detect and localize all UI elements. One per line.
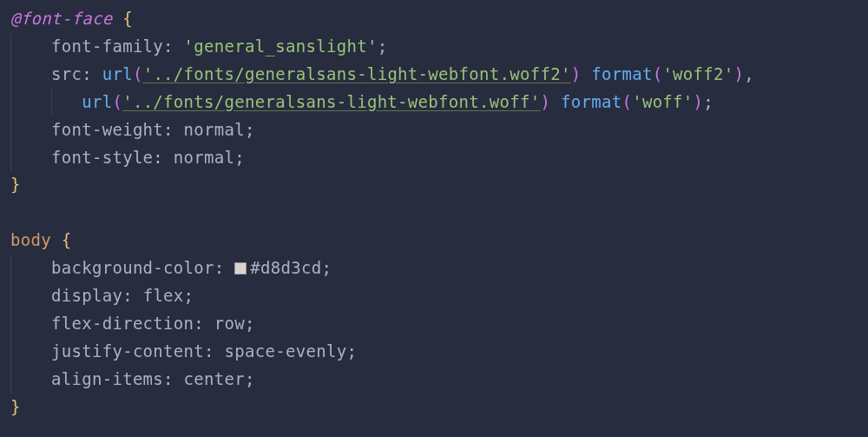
func-url: url xyxy=(82,92,112,111)
hex-color: #d8d3cd xyxy=(250,258,321,277)
code-line-15[interactable]: } xyxy=(10,394,858,421)
colon: : xyxy=(163,369,183,388)
brace-open: { xyxy=(112,9,132,28)
indent-guide xyxy=(10,255,11,282)
property-flex-direction: flex-direction xyxy=(51,314,194,333)
code-line-2[interactable]: font-family: 'general_sanslight'; xyxy=(10,33,858,61)
paren-close: ) xyxy=(571,64,582,83)
paren-close: ) xyxy=(540,92,550,111)
code-line-14[interactable]: align-items: center; xyxy=(10,366,858,394)
semicolon: ; xyxy=(234,148,245,167)
color-swatch[interactable] xyxy=(234,262,247,275)
property-background-color: background-color xyxy=(51,258,214,277)
code-line-8-blank[interactable] xyxy=(10,199,858,227)
value-normal: normal xyxy=(184,120,245,139)
paren-open: ( xyxy=(653,64,663,83)
code-line-1[interactable]: @font-face { xyxy=(10,5,858,33)
property-justify-content: justify-content xyxy=(51,341,204,361)
colon: : xyxy=(153,148,173,167)
value-normal: normal xyxy=(174,148,234,167)
property-src: src xyxy=(51,64,82,83)
code-line-12[interactable]: flex-direction: row; xyxy=(10,310,858,338)
indent-guide xyxy=(10,366,11,394)
property-font-style: font-style xyxy=(51,148,153,167)
semicolon: ; xyxy=(346,341,357,361)
indent-guide xyxy=(10,61,11,89)
indent-guide xyxy=(10,89,11,116)
value-flex: flex xyxy=(143,286,184,305)
colon: : xyxy=(194,314,214,333)
semicolon: ; xyxy=(245,314,255,333)
colon: : xyxy=(82,64,102,83)
colon: : xyxy=(122,286,142,305)
at-rule-font-face: @font-face xyxy=(10,9,112,28)
colon: : xyxy=(163,36,183,56)
code-line-10[interactable]: background-color: #d8d3cd; xyxy=(10,255,858,282)
value-space-evenly: space-evenly xyxy=(225,341,347,361)
semicolon: ; xyxy=(321,258,332,277)
code-line-9[interactable]: body { xyxy=(10,227,858,255)
value-center: center xyxy=(184,369,245,388)
property-font-weight: font-weight xyxy=(51,120,163,139)
paren-close: ) xyxy=(734,64,745,83)
format-string: 'woff2' xyxy=(662,64,733,83)
semicolon: ; xyxy=(245,120,255,139)
indent-guide xyxy=(51,89,52,116)
code-line-7[interactable]: } xyxy=(10,171,858,199)
func-url: url xyxy=(102,64,133,83)
url-string: '../fonts/generalsans-light-webfont.woff… xyxy=(143,64,571,83)
indent-guide xyxy=(10,310,11,338)
format-string: 'woff' xyxy=(632,92,693,111)
indent-guide xyxy=(10,33,11,61)
code-line-6[interactable]: font-style: normal; xyxy=(10,144,858,172)
comma: , xyxy=(744,64,754,83)
property-align-items: align-items xyxy=(51,369,163,388)
semicolon: ; xyxy=(245,369,255,388)
indent-guide xyxy=(10,116,11,144)
paren-open: ( xyxy=(133,64,143,83)
paren-open: ( xyxy=(112,92,122,111)
paren-open: ( xyxy=(621,92,632,111)
indent-guide xyxy=(10,282,11,310)
semicolon: ; xyxy=(378,36,388,56)
code-line-3[interactable]: src: url('../fonts/generalsans-light-web… xyxy=(10,61,858,89)
func-format: format xyxy=(591,64,652,83)
code-line-5[interactable]: font-weight: normal; xyxy=(10,116,858,144)
brace-open: { xyxy=(51,230,71,249)
indent-guide xyxy=(10,338,11,366)
code-editor[interactable]: @font-face { font-family: 'general_sansl… xyxy=(10,5,858,421)
property-display: display xyxy=(51,286,122,305)
paren-close: ) xyxy=(694,92,704,111)
selector-body: body xyxy=(10,230,51,249)
colon: : xyxy=(214,258,234,277)
code-line-4[interactable]: url('../fonts/generalsans-light-webfont.… xyxy=(10,89,858,116)
brace-close: } xyxy=(10,175,21,194)
indent-guide xyxy=(10,144,11,172)
colon: : xyxy=(204,341,224,361)
brace-close: } xyxy=(10,397,21,416)
value-row: row xyxy=(214,314,245,333)
code-line-11[interactable]: display: flex; xyxy=(10,282,858,310)
semicolon: ; xyxy=(184,286,194,305)
func-format: format xyxy=(561,92,621,111)
semicolon: ; xyxy=(703,92,713,111)
property-font-family: font-family xyxy=(51,36,163,56)
string-value: 'general_sanslight' xyxy=(184,36,378,56)
code-line-13[interactable]: justify-content: space-evenly; xyxy=(10,338,858,366)
colon: : xyxy=(163,120,183,139)
url-string: '../fonts/generalsans-light-webfont.woff… xyxy=(122,92,540,111)
